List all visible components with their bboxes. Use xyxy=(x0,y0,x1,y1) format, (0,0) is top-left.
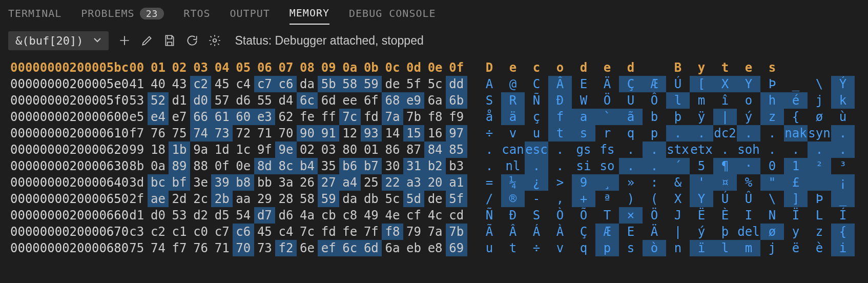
hex-byte[interactable]: 5f xyxy=(403,76,425,92)
decoded-byte[interactable]: 9 xyxy=(572,174,595,191)
hex-byte[interactable]: 9f xyxy=(254,141,276,158)
decoded-byte[interactable]: | xyxy=(713,109,737,125)
hex-byte[interactable]: 89 xyxy=(169,158,190,174)
hex-byte[interactable]: 4c xyxy=(424,207,446,224)
hex-byte[interactable]: 90 xyxy=(297,125,318,141)
decoded-byte[interactable]: j xyxy=(760,240,784,256)
hex-byte[interactable]: ae xyxy=(148,191,169,207)
decoded-byte[interactable]: [ xyxy=(690,76,713,92)
hex-byte[interactable]: 5c xyxy=(382,191,403,207)
hex-byte[interactable]: fe xyxy=(339,224,361,240)
decoded-byte[interactable]: Á xyxy=(525,224,548,240)
decoded-byte[interactable]: R xyxy=(501,92,525,109)
decoded-byte[interactable]: L xyxy=(808,207,831,224)
hex-byte[interactable]: f8 xyxy=(382,224,403,240)
hex-byte[interactable]: 27 xyxy=(318,174,339,191)
decoded-byte[interactable]: ¡ xyxy=(831,174,855,191)
hex-byte[interactable]: b6 xyxy=(339,158,361,174)
decoded-byte[interactable]: & xyxy=(666,174,690,191)
hex-byte[interactable]: 58 xyxy=(297,191,318,207)
decoded-byte[interactable]: y xyxy=(784,224,808,240)
save-icon[interactable] xyxy=(163,34,176,47)
hex-byte[interactable]: 84 xyxy=(424,141,446,158)
decoded-byte[interactable]: ï xyxy=(690,240,713,256)
hex-byte[interactable]: b2 xyxy=(424,158,446,174)
hex-byte[interactable]: dd xyxy=(446,76,467,92)
hex-byte[interactable]: f8 xyxy=(424,109,446,125)
hex-byte[interactable]: 71 xyxy=(211,240,233,256)
decoded-byte[interactable]: a xyxy=(572,109,595,125)
hex-byte[interactable]: 03 xyxy=(318,141,339,158)
decoded-byte[interactable]: ` xyxy=(595,109,619,125)
decoded-byte[interactable]: . xyxy=(666,125,690,141)
decoded-byte[interactable]: ³ xyxy=(831,158,855,174)
hex-byte[interactable]: 0f xyxy=(211,158,233,174)
hex-byte[interactable]: 45 xyxy=(211,76,233,92)
decoded-byte[interactable]: . xyxy=(737,125,760,141)
decoded-byte[interactable]: Ï xyxy=(784,207,808,224)
hex-byte[interactable]: da xyxy=(297,76,318,92)
hex-byte[interactable]: 6c xyxy=(297,92,318,109)
hex-byte[interactable]: c8 xyxy=(339,207,361,224)
decoded-byte[interactable]: ø xyxy=(760,224,784,240)
hex-byte[interactable]: 18 xyxy=(148,141,169,158)
hex-byte[interactable]: e5 xyxy=(126,109,148,125)
hex-byte[interactable]: b4 xyxy=(297,158,318,174)
decoded-byte[interactable]: ´ xyxy=(666,158,690,174)
decoded-byte[interactable]: ] xyxy=(784,191,808,207)
hex-byte[interactable]: 5c xyxy=(424,76,446,92)
decoded-byte[interactable]: ã xyxy=(619,109,643,125)
decoded-byte[interactable]: l xyxy=(666,92,690,109)
gear-icon[interactable] xyxy=(208,34,221,47)
hex-byte[interactable]: 30 xyxy=(382,158,403,174)
decoded-byte[interactable]: , xyxy=(548,191,572,207)
hex-byte[interactable]: 4a xyxy=(297,207,318,224)
decoded-byte[interactable]: I xyxy=(737,207,760,224)
decoded-byte[interactable]: m xyxy=(690,92,713,109)
hex-byte[interactable]: c2 xyxy=(148,224,169,240)
hex-byte[interactable]: 2c xyxy=(190,191,212,207)
decoded-byte[interactable]: f xyxy=(548,109,572,125)
hex-byte[interactable]: a4 xyxy=(339,174,361,191)
refresh-icon[interactable] xyxy=(185,34,199,47)
decoded-byte[interactable]: E xyxy=(572,76,595,92)
hex-byte[interactable]: bb xyxy=(254,174,276,191)
hex-byte[interactable]: 45 xyxy=(254,224,276,240)
decoded-byte[interactable]: = xyxy=(478,174,501,191)
hex-byte[interactable]: e4 xyxy=(148,109,169,125)
decoded-byte[interactable]: Æ xyxy=(595,224,619,240)
hex-byte[interactable]: 25 xyxy=(361,174,382,191)
decoded-byte[interactable]: nl xyxy=(501,158,525,174)
decoded-byte[interactable]: S xyxy=(478,92,501,109)
hex-byte[interactable]: 0a xyxy=(148,158,169,174)
hex-byte[interactable]: 73 xyxy=(211,125,233,141)
hex-byte[interactable]: b7 xyxy=(361,158,382,174)
hex-byte[interactable]: c4 xyxy=(233,76,254,92)
decoded-byte[interactable]: gs xyxy=(572,141,595,158)
hex-byte[interactable]: 69 xyxy=(446,240,467,256)
decoded-byte[interactable]: . xyxy=(478,158,501,174)
hex-byte[interactable]: 3d xyxy=(126,174,148,191)
decoded-byte[interactable]: Y xyxy=(690,191,713,207)
decoded-byte[interactable]: z xyxy=(808,224,831,240)
decoded-byte[interactable]: . xyxy=(548,158,572,174)
hex-byte[interactable]: 75 xyxy=(169,125,190,141)
decoded-byte[interactable]: . xyxy=(784,141,808,158)
decoded-byte[interactable]: ¼ xyxy=(501,174,525,191)
decoded-byte[interactable]: t xyxy=(548,125,572,141)
decoded-byte[interactable]: Ô xyxy=(643,92,666,109)
hex-byte[interactable]: 22 xyxy=(382,174,403,191)
hex-byte[interactable]: 62 xyxy=(275,109,297,125)
decoded-byte[interactable]: Þ xyxy=(808,191,831,207)
decoded-byte[interactable]: Í xyxy=(831,207,855,224)
hex-byte[interactable]: 59 xyxy=(361,76,382,92)
decoded-byte[interactable]: . xyxy=(760,125,784,141)
decoded-byte[interactable]: 5 xyxy=(690,158,713,174)
decoded-byte[interactable]: z xyxy=(760,109,784,125)
hex-byte[interactable]: bc xyxy=(148,174,169,191)
hex-byte[interactable]: db xyxy=(361,191,382,207)
hex-byte[interactable]: 76 xyxy=(190,240,212,256)
decoded-byte[interactable]: Ë xyxy=(690,207,713,224)
decoded-byte[interactable]: ù xyxy=(831,109,855,125)
hex-byte[interactable]: d0 xyxy=(190,92,212,109)
